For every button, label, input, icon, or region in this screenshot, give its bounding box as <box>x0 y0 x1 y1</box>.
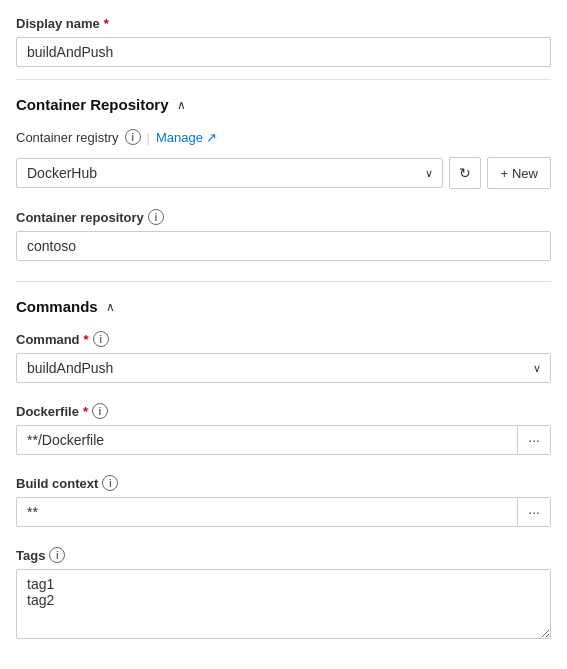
container-repository-info-icon[interactable]: i <box>148 209 164 225</box>
refresh-icon: ↻ <box>459 165 471 181</box>
manage-label: Manage <box>156 130 203 145</box>
new-plus-icon: + <box>500 166 508 181</box>
command-info-icon[interactable]: i <box>93 331 109 347</box>
dockerfile-browse-button[interactable]: ··· <box>517 425 551 455</box>
manage-external-icon: ↗ <box>206 130 217 145</box>
container-repository-field: Container repository i <box>16 209 551 261</box>
registry-select-container: DockerHub Azure Container Registry ∨ <box>16 158 443 188</box>
display-name-required: * <box>104 16 109 31</box>
build-context-field: Build context i ··· <box>16 475 551 527</box>
commands-divider <box>16 281 551 282</box>
build-context-label: Build context i <box>16 475 551 491</box>
dockerfile-input[interactable] <box>16 425 517 455</box>
command-label: Command * i <box>16 331 551 347</box>
build-context-info-icon[interactable]: i <box>102 475 118 491</box>
tags-field: Tags i tag1 tag2 <box>16 547 551 642</box>
dockerfile-label-text: Dockerfile <box>16 404 79 419</box>
command-field: Command * i buildAndPush build push ∨ <box>16 331 551 383</box>
commands-header: Commands ∧ <box>16 298 551 315</box>
tags-label: Tags i <box>16 547 551 563</box>
container-registry-label: Container registry <box>16 130 119 145</box>
manage-link[interactable]: Manage ↗ <box>156 130 217 145</box>
dockerfile-info-icon[interactable]: i <box>92 403 108 419</box>
new-button-label: New <box>512 166 538 181</box>
display-name-label-text: Display name <box>16 16 100 31</box>
registry-select-wrapper: DockerHub Azure Container Registry ∨ ↻ +… <box>16 157 551 189</box>
build-context-input[interactable] <box>16 497 517 527</box>
display-name-label: Display name * <box>16 16 551 31</box>
build-context-browse-button[interactable]: ··· <box>517 497 551 527</box>
dockerfile-field: Dockerfile * i ··· <box>16 403 551 455</box>
commands-title: Commands <box>16 298 98 315</box>
registry-select-group: DockerHub Azure Container Registry ∨ ↻ +… <box>16 157 551 189</box>
tags-textarea[interactable]: tag1 tag2 <box>16 569 551 639</box>
command-label-text: Command <box>16 332 80 347</box>
container-repo-divider <box>16 79 551 80</box>
build-context-input-row: ··· <box>16 497 551 527</box>
container-registry-info-icon[interactable]: i <box>125 129 141 145</box>
tags-label-text: Tags <box>16 548 45 563</box>
container-repository-header: Container Repository ∧ <box>16 96 551 113</box>
container-repository-input[interactable] <box>16 231 551 261</box>
command-required: * <box>84 332 89 347</box>
dockerfile-label: Dockerfile * i <box>16 403 551 419</box>
dockerfile-input-row: ··· <box>16 425 551 455</box>
registry-new-button[interactable]: + New <box>487 157 551 189</box>
container-repository-title: Container Repository <box>16 96 169 113</box>
display-name-section: Display name * <box>16 16 551 67</box>
container-repository-chevron[interactable]: ∧ <box>177 98 186 112</box>
container-repository-label-text: Container repository <box>16 210 144 225</box>
commands-chevron[interactable]: ∧ <box>106 300 115 314</box>
dockerfile-browse-icon: ··· <box>528 432 540 448</box>
command-select[interactable]: buildAndPush build push <box>16 353 551 383</box>
dockerfile-required: * <box>83 404 88 419</box>
build-context-label-text: Build context <box>16 476 98 491</box>
container-repository-label: Container repository i <box>16 209 551 225</box>
tags-info-icon[interactable]: i <box>49 547 65 563</box>
registry-refresh-button[interactable]: ↻ <box>449 157 481 189</box>
build-context-browse-icon: ··· <box>528 504 540 520</box>
registry-select[interactable]: DockerHub Azure Container Registry <box>16 158 443 188</box>
display-name-input[interactable] <box>16 37 551 67</box>
container-registry-row: Container registry i | Manage ↗ <box>16 129 551 145</box>
command-select-container: buildAndPush build push ∨ <box>16 353 551 383</box>
registry-pipe: | <box>147 130 150 145</box>
